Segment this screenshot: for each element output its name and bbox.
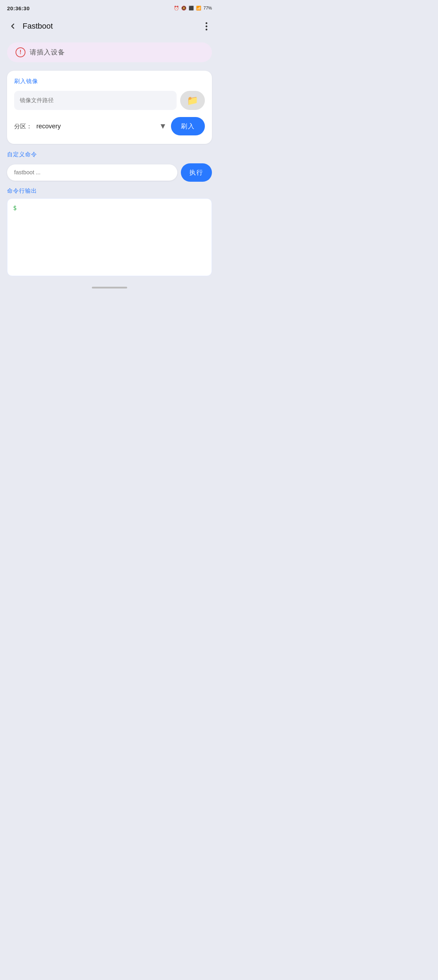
partition-label: 分区： <box>14 123 32 130</box>
status-bar: 20:36:30 ⏰ 🔕 ⬛ 📶 77% <box>0 0 219 16</box>
partition-value: recovery <box>36 123 156 130</box>
execute-button[interactable]: 执行 <box>181 163 212 182</box>
alert-icon: ! <box>16 48 25 57</box>
flash-card-title: 刷入镜像 <box>14 78 205 85</box>
file-path-row: 📁 <box>14 91 205 110</box>
alarm-icon: ⏰ <box>174 6 179 11</box>
file-path-input[interactable] <box>14 91 177 110</box>
flash-image-card: 刷入镜像 📁 分区： recovery ▼ 刷入 <box>7 71 212 144</box>
bottom-handle <box>0 282 219 291</box>
three-dots-icon <box>206 22 207 30</box>
more-options-button[interactable] <box>199 19 213 33</box>
custom-command-section: 自定义命令 执行 <box>7 151 212 182</box>
folder-icon: 📁 <box>187 95 198 106</box>
flash-button[interactable]: 刷入 <box>171 117 205 135</box>
signal-icon: 📶 <box>196 6 202 11</box>
alert-banner: ! 请插入设备 <box>7 43 212 62</box>
mute-icon: 🔕 <box>181 6 187 11</box>
dropdown-arrow-icon: ▼ <box>159 122 167 131</box>
handle-bar <box>92 287 127 288</box>
app-title: Fastboot <box>22 22 199 31</box>
output-title: 命令行输出 <box>7 188 212 195</box>
partition-select-wrap[interactable]: recovery ▼ <box>36 122 167 131</box>
output-box: $ <box>7 198 212 276</box>
output-section: 命令行输出 $ <box>7 188 212 276</box>
bluetooth-icon: ⬛ <box>189 6 194 11</box>
status-time: 20:36:30 <box>7 5 30 11</box>
partition-row: 分区： recovery ▼ 刷入 <box>14 117 205 135</box>
command-input[interactable] <box>7 164 177 181</box>
main-content: ! 请插入设备 刷入镜像 📁 分区： recovery ▼ 刷入 自定义命令 执… <box>0 37 219 282</box>
prompt-symbol: $ <box>13 204 17 212</box>
alert-text: 请插入设备 <box>30 48 65 57</box>
status-icons: ⏰ 🔕 ⬛ 📶 77% <box>174 6 212 11</box>
battery-text: 77% <box>203 6 212 11</box>
app-bar: Fastboot <box>0 16 219 37</box>
folder-button[interactable]: 📁 <box>180 91 205 110</box>
back-button[interactable] <box>6 19 20 33</box>
custom-command-title: 自定义命令 <box>7 151 212 158</box>
command-row: 执行 <box>7 163 212 182</box>
